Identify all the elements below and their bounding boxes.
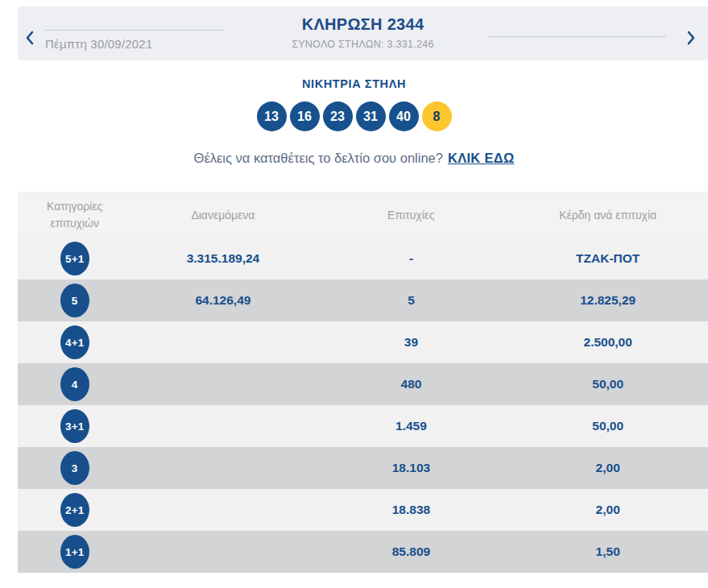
table-row: 5+1 3.315.189,24 - ΤΖΑΚ-ΠΟΤ — [18, 238, 708, 280]
results-table-header: Κατηγορίες επιτυχιών Διανεμόμενα Επιτυχί… — [18, 192, 708, 238]
winning-number-ball: 13 — [257, 101, 287, 131]
prize-cell: 50,00 — [507, 377, 708, 391]
prize-cell: 50,00 — [507, 419, 708, 433]
table-row: 4+1 39 2.500,00 — [18, 321, 708, 363]
winners-cell: - — [314, 251, 507, 266]
prize-cell: ΤΖΑΚ-ΠΟΤ — [507, 251, 708, 266]
results-table-body: 5+1 3.315.189,24 - ΤΖΑΚ-ΠΟΤ 5 64.126,49 … — [18, 238, 708, 573]
category-cell: 1+1 — [18, 535, 131, 569]
column-header-winners: Επιτυχίες — [314, 209, 507, 222]
winning-numbers: 13162331408 — [0, 101, 708, 131]
click-here-link[interactable]: ΚΛΙΚ ΕΔΩ — [448, 151, 515, 165]
category-cell: 5+1 — [18, 242, 131, 275]
prize-cell: 2.500,00 — [507, 335, 708, 350]
category-cell: 3 — [18, 451, 131, 485]
category-badge: 4 — [60, 367, 89, 401]
winners-cell: 1.459 — [314, 419, 507, 433]
category-badge: 2+1 — [60, 493, 89, 527]
winners-cell: 85.809 — [314, 545, 507, 559]
winners-cell: 18.838 — [314, 503, 507, 517]
distributed-cell: 64.126,49 — [131, 293, 314, 308]
table-row: 1+1 85.809 1,50 — [18, 531, 708, 573]
chevron-right-icon — [685, 31, 697, 45]
distributed-cell: 3.315.189,24 — [131, 251, 314, 266]
category-cell: 4 — [18, 367, 131, 401]
category-badge: 1+1 — [60, 535, 89, 569]
category-badge: 5 — [60, 284, 89, 317]
winners-cell: 39 — [314, 335, 507, 350]
category-cell: 2+1 — [18, 493, 131, 527]
category-badge: 4+1 — [60, 325, 89, 359]
winning-number-ball: 40 — [389, 101, 419, 131]
draw-title: ΚΛΗΡΩΣΗ 2344 — [18, 15, 708, 34]
winning-number-ball: 23 — [323, 101, 353, 131]
draw-header-bar: Πέμπτη 30/09/2021 ΚΛΗΡΩΣΗ 2344 ΣΥΝΟΛΟ ΣΤ… — [18, 6, 708, 60]
column-header-categories: Κατηγορίες επιτυχιών — [18, 198, 131, 232]
table-row: 4 480 50,00 — [18, 363, 708, 405]
cta-text: Θέλεις να καταθέτεις το δελτίο σου onlin… — [194, 151, 443, 165]
column-header-distributed: Διανεμόμενα — [131, 209, 314, 222]
winning-column-heading: ΝΙΚΗΤΡΙΑ ΣΤΗΛΗ — [0, 77, 708, 90]
winners-cell: 5 — [314, 293, 507, 308]
draw-total-columns: ΣΥΝΟΛΟ ΣΤΗΛΩΝ: 3.331.246 — [18, 39, 708, 50]
prize-cell: 1,50 — [507, 545, 708, 559]
table-row: 2+1 18.838 2,00 — [18, 489, 708, 531]
category-cell: 5 — [18, 284, 131, 317]
winners-cell: 480 — [314, 377, 507, 391]
draw-header-center: ΚΛΗΡΩΣΗ 2344 ΣΥΝΟΛΟ ΣΤΗΛΩΝ: 3.331.246 — [18, 15, 708, 50]
online-cta: Θέλεις να καταθέτεις το δελτίο σου onlin… — [0, 151, 708, 166]
table-row: 5 64.126,49 5 12.825,29 — [18, 280, 708, 321]
table-row: 3 18.103 2,00 — [18, 447, 708, 489]
column-header-prize: Κέρδη ανά επιτυχία — [507, 209, 708, 222]
bonus-number-ball: 8 — [422, 101, 452, 131]
category-badge: 5+1 — [60, 242, 89, 275]
prize-cell: 2,00 — [507, 461, 708, 475]
category-cell: 3+1 — [18, 409, 131, 443]
header-divider-line — [487, 36, 666, 37]
category-cell: 4+1 — [18, 325, 131, 359]
prize-cell: 2,00 — [507, 503, 708, 517]
category-badge: 3 — [60, 451, 89, 485]
winning-number-ball: 31 — [356, 101, 386, 131]
results-table: Κατηγορίες επιτυχιών Διανεμόμενα Επιτυχί… — [18, 192, 708, 573]
winners-cell: 18.103 — [314, 461, 507, 475]
winning-number-ball: 16 — [290, 101, 320, 131]
next-draw-button[interactable] — [681, 27, 702, 48]
table-row: 3+1 1.459 50,00 — [18, 405, 708, 447]
category-badge: 3+1 — [60, 409, 89, 443]
prize-cell: 12.825,29 — [507, 293, 708, 308]
